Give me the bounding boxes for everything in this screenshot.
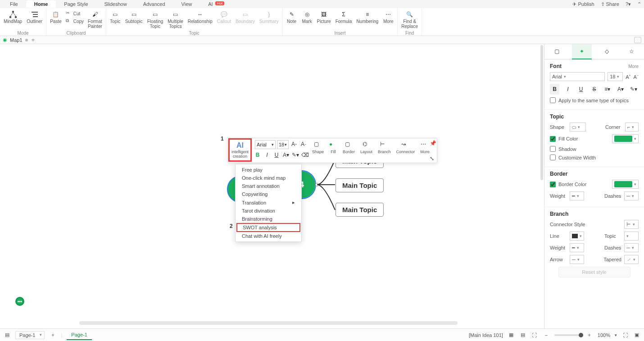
sp-tab-icon[interactable]: ☆ bbox=[621, 44, 641, 59]
boundary-button[interactable]: ▭Boundary bbox=[234, 9, 257, 31]
branch-arrow-select[interactable]: ─▾ bbox=[570, 255, 584, 264]
pin-icon[interactable]: 📌 bbox=[430, 140, 435, 145]
expand-icon[interactable]: ⤡ bbox=[430, 155, 435, 161]
branch-dashes-select[interactable]: ─▾ bbox=[624, 243, 639, 252]
border-color-select[interactable]: ▾ bbox=[612, 180, 639, 189]
decrease-font-button[interactable]: A− bbox=[299, 140, 308, 148]
zoom-slider[interactable] bbox=[554, 334, 581, 336]
sp-italic-button[interactable]: I bbox=[563, 84, 572, 95]
branch-tapered-select[interactable]: ⟋▾ bbox=[624, 255, 639, 264]
publish-button[interactable]: ✈Publish bbox=[572, 1, 594, 7]
connector-style-select[interactable]: ⊢▾ bbox=[624, 220, 639, 229]
tab-home[interactable]: Home bbox=[26, 0, 56, 8]
page-tab-active[interactable]: Page-1 bbox=[67, 330, 91, 340]
panel-toggle-button[interactable] bbox=[634, 37, 641, 43]
summary-button[interactable]: }Summary bbox=[258, 9, 281, 31]
topic-button[interactable]: ▭Topic bbox=[108, 9, 122, 31]
vertical-scrollbar[interactable] bbox=[540, 44, 543, 305]
tab-slideshow[interactable]: Slideshow bbox=[96, 0, 135, 8]
clear-format-button[interactable]: ⌫ bbox=[301, 151, 309, 159]
border-color-checkbox[interactable] bbox=[550, 182, 556, 187]
main-topic-node-3[interactable]: Main Topic bbox=[336, 203, 384, 217]
apply-same-type-checkbox[interactable] bbox=[550, 97, 556, 103]
feedback-bubble-button[interactable]: ••• bbox=[15, 297, 24, 306]
layout-tool-button[interactable]: ⌬Layout bbox=[358, 140, 375, 155]
tab-ai[interactable]: AI Hot bbox=[200, 0, 232, 8]
zoom-out-button[interactable]: − bbox=[543, 332, 550, 339]
collapse-ribbon-button[interactable]: ⌃ bbox=[637, 1, 641, 7]
find-replace-button[interactable]: 🔍Find & Replace bbox=[399, 9, 420, 31]
sp-highlight-button[interactable]: ✎▾ bbox=[629, 84, 639, 95]
mindmap-canvas[interactable]: 1 2 4 Main Topic Main Topic Main Topic bbox=[0, 44, 544, 328]
sp-underline-button[interactable]: U bbox=[576, 84, 586, 95]
ai-menu-swot-analysis[interactable]: SWOT analysis bbox=[236, 223, 300, 232]
tab-view[interactable]: View bbox=[173, 0, 200, 8]
ai-menu-brainstorming[interactable]: Brainstorming bbox=[236, 215, 301, 223]
border-dashes-select[interactable]: ─▾ bbox=[624, 191, 639, 200]
note-button[interactable]: ✎Note bbox=[285, 9, 299, 31]
border-tool-button[interactable]: ▢Border bbox=[340, 140, 357, 155]
sp-font-color-button[interactable]: A▾ bbox=[616, 84, 625, 95]
main-topic-node-2[interactable]: Main Topic bbox=[336, 178, 384, 192]
help-button[interactable]: ?▾ bbox=[626, 1, 631, 7]
paste-button[interactable]: 📋 Paste bbox=[48, 9, 63, 31]
ai-menu-translation[interactable]: Translation▸ bbox=[236, 198, 301, 207]
fill-color-checkbox[interactable] bbox=[550, 136, 556, 142]
shape-select[interactable]: ⬭▾ bbox=[570, 123, 586, 132]
add-page-button[interactable]: ＋ bbox=[49, 332, 56, 339]
numbering-button[interactable]: ≡Numbering bbox=[354, 9, 380, 31]
mindmap-button[interactable]: MindMap bbox=[2, 9, 24, 31]
horizontal-scrollbar[interactable] bbox=[79, 321, 458, 325]
ai-menu-copywriting[interactable]: Copywriting bbox=[236, 190, 301, 198]
sp-tab-tag[interactable]: ◇ bbox=[597, 44, 617, 59]
page-list-button[interactable]: ▤ bbox=[4, 332, 11, 339]
border-weight-select[interactable]: ━▾ bbox=[570, 191, 584, 200]
ai-menu-tarot[interactable]: Tarot divination bbox=[236, 207, 301, 215]
increase-font-button[interactable]: A+ bbox=[290, 140, 298, 148]
fullscreen-button[interactable]: ⛶ bbox=[621, 332, 629, 339]
sp-increase-font[interactable]: A+ bbox=[626, 74, 630, 80]
callout-button[interactable]: 💬Callout bbox=[215, 9, 233, 31]
page-select[interactable]: Page-1 bbox=[15, 331, 45, 339]
underline-button[interactable]: U bbox=[272, 151, 281, 159]
bold-button[interactable]: B bbox=[254, 151, 262, 159]
cut-button[interactable]: ✂Cut bbox=[64, 10, 85, 17]
shadow-checkbox[interactable] bbox=[550, 146, 556, 152]
doc-tab-map1[interactable]: ◉ Map1 bbox=[3, 37, 28, 43]
sp-decrease-font[interactable]: A− bbox=[634, 74, 639, 80]
sp-strike-button[interactable]: S bbox=[590, 84, 599, 95]
zoom-value[interactable]: 100% bbox=[598, 332, 610, 338]
font-color-button[interactable]: A▾ bbox=[282, 151, 290, 159]
ai-intelligent-creation-button[interactable]: AI intelligent creation bbox=[228, 138, 252, 162]
minimap-button[interactable]: ▣ bbox=[633, 332, 640, 339]
more-insert-button[interactable]: ⋯More bbox=[381, 9, 395, 31]
branch-topic-select[interactable]: ▾ bbox=[624, 232, 639, 241]
italic-button[interactable]: I bbox=[263, 151, 271, 159]
share-button[interactable]: ⇪Share bbox=[601, 1, 619, 7]
subtopic-button[interactable]: ▭Subtopic bbox=[123, 9, 145, 31]
custom-width-checkbox[interactable] bbox=[550, 155, 556, 160]
shape-tool-button[interactable]: ▢Shape bbox=[310, 140, 326, 155]
sp-bold-button[interactable]: B bbox=[550, 84, 559, 95]
highlight-button[interactable]: ✎▾ bbox=[291, 151, 299, 159]
picture-button[interactable]: 🖼Picture bbox=[315, 9, 333, 31]
sp-font-size-select[interactable]: 18▾ bbox=[608, 72, 623, 81]
branch-line-select[interactable]: ▾ bbox=[570, 232, 584, 241]
sp-font-family-select[interactable]: Arial▾ bbox=[550, 72, 605, 81]
tab-advanced[interactable]: Advanced bbox=[135, 0, 173, 8]
font-family-select[interactable]: Arial▾ bbox=[255, 140, 276, 149]
relationship-button[interactable]: ↔Relationship bbox=[186, 9, 214, 31]
view-mode-2-button[interactable]: ▤ bbox=[519, 332, 526, 339]
copy-button[interactable]: ⧉Copy bbox=[64, 18, 85, 25]
outliner-button[interactable]: Outliner bbox=[25, 9, 44, 31]
ai-menu-chat[interactable]: Chat with AI freely bbox=[236, 232, 301, 240]
tab-page-style[interactable]: Page Style bbox=[56, 0, 96, 8]
sp-tab-style[interactable]: ✦ bbox=[572, 44, 592, 59]
reset-style-button[interactable]: Reset style bbox=[558, 267, 630, 277]
fill-color-select[interactable]: ▾ bbox=[612, 134, 639, 143]
tab-file[interactable]: File bbox=[2, 0, 26, 8]
zoom-in-button[interactable]: ＋ bbox=[586, 332, 593, 339]
zoom-knob[interactable] bbox=[579, 333, 583, 337]
vscroll-thumb[interactable] bbox=[540, 45, 543, 180]
ai-menu-free-play[interactable]: Free play bbox=[236, 166, 301, 174]
